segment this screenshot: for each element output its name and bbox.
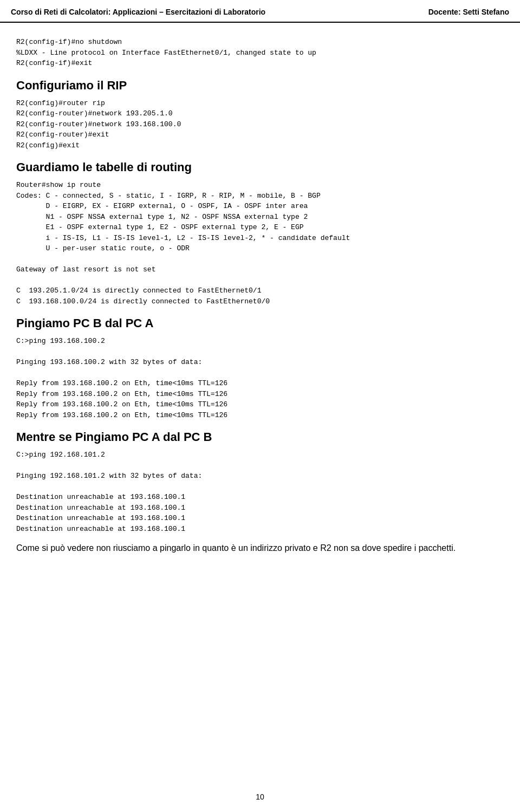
code-block-ping-b-from-a: C:>ping 193.168.100.2 Pinging 193.168.10… [16,336,504,420]
page-content: R2(config-if)#no shutdown %LDXX - Line p… [0,28,520,580]
code-block-no-shutdown: R2(config-if)#no shutdown %LDXX - Line p… [16,37,504,69]
heading-pingiamo-pcb: Pingiamo PC B dal PC A [16,316,504,330]
code-block-ping-a-from-b: C:>ping 192.168.101.2 Pinging 192.168.10… [16,450,504,534]
page-number: 10 [256,792,264,801]
heading-configuriamo-rip: Configuriamo il RIP [16,79,504,93]
header-title-right: Docente: Setti Stefano [428,8,509,16]
header-title-left: Corso di Reti di Calcolatori: Applicazio… [11,8,265,16]
page-header: Corso di Reti di Calcolatori: Applicazio… [0,0,520,23]
page: Corso di Reti di Calcolatori: Applicazio… [0,0,520,812]
heading-guardiamo-tabelle: Guardiamo le tabelle di routing [16,160,504,174]
code-block-rip-config: R2(config)#router rip R2(config-router)#… [16,98,504,151]
conclusion-text: Come si può vedere non riusciamo a pinga… [16,542,504,555]
page-footer: 10 [0,792,520,801]
heading-mentre-pingiamo: Mentre se Pingiamo PC A dal PC B [16,430,504,444]
code-block-routing-table: Router#show ip route Codes: C - connecte… [16,180,504,307]
